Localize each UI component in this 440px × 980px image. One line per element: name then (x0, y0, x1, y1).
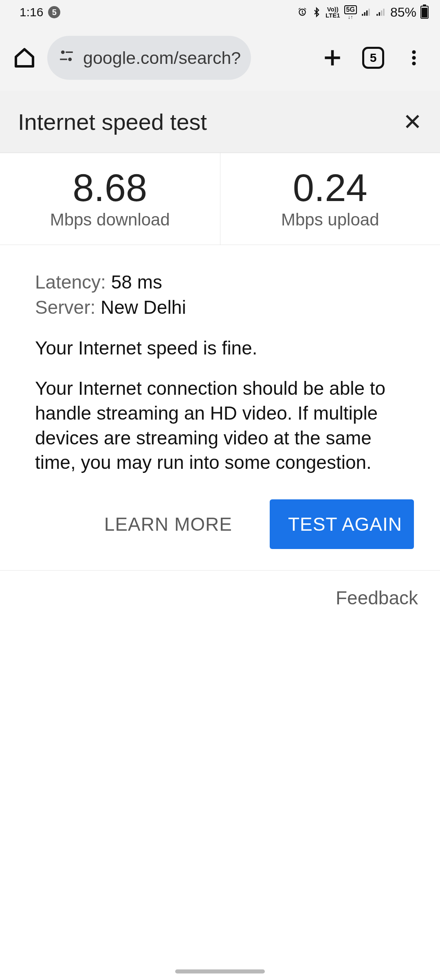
feedback-link[interactable]: Feedback (336, 587, 418, 609)
omnibox[interactable]: google.com/search? (47, 36, 251, 80)
svg-rect-9 (66, 52, 73, 53)
svg-rect-2 (366, 11, 367, 16)
description-text: Your Internet connection should be able … (35, 376, 405, 475)
download-value: 8.68 (73, 168, 147, 208)
home-button[interactable] (10, 46, 39, 69)
status-right: Vo)) LTE1 5G ↓↑ 85% (297, 5, 429, 20)
svg-point-14 (412, 61, 416, 65)
summary-text: Your Internet speed is fine. (35, 337, 405, 359)
svg-rect-5 (379, 12, 380, 16)
site-settings-icon[interactable] (58, 47, 75, 68)
status-bar: 1:16 5 Vo)) LTE1 5G ↓↑ 85% (0, 0, 440, 24)
overflow-menu-button[interactable] (398, 48, 430, 68)
server-line: Server: New Delhi (35, 295, 405, 320)
latency-key: Latency: (35, 271, 111, 293)
nav-gesture-handle[interactable] (175, 969, 265, 973)
battery-percent: 85% (390, 5, 416, 20)
notification-count-icon: 5 (48, 6, 60, 18)
svg-rect-10 (60, 59, 67, 60)
svg-point-12 (412, 50, 416, 54)
svg-rect-3 (368, 9, 370, 15)
download-cell: 8.68 Mbps download (0, 153, 220, 245)
tab-count: 5 (362, 47, 384, 69)
svg-rect-6 (381, 11, 382, 16)
download-label: Mbps download (50, 210, 170, 230)
server-value: New Delhi (101, 297, 186, 318)
latency-line: Latency: 58 ms (35, 269, 405, 295)
tabs-button[interactable]: 5 (357, 47, 389, 69)
alarm-icon (297, 7, 308, 18)
bluetooth-icon (312, 7, 321, 18)
upload-label: Mbps upload (281, 210, 379, 230)
upload-cell: 0.24 Mbps upload (220, 153, 440, 245)
volte-icon: Vo)) LTE1 (326, 6, 340, 18)
signal-strength-icon (361, 7, 372, 18)
button-row: LEARN MORE TEST AGAIN (0, 475, 440, 570)
svg-rect-7 (383, 9, 384, 15)
learn-more-button[interactable]: LEARN MORE (96, 503, 240, 546)
status-left: 1:16 5 (20, 5, 60, 19)
svg-point-8 (61, 50, 65, 54)
speed-results: 8.68 Mbps download 0.24 Mbps upload (0, 153, 440, 245)
test-again-button[interactable]: TEST AGAIN (270, 499, 414, 549)
omnibox-text: google.com/search? (83, 48, 241, 68)
feedback-row: Feedback (0, 571, 440, 625)
svg-rect-4 (376, 14, 378, 15)
card-title: Internet speed test (18, 109, 207, 135)
svg-point-11 (68, 57, 72, 61)
upload-value: 0.24 (293, 168, 367, 208)
card-title-row: Internet speed test ✕ (0, 91, 440, 153)
latency-value: 58 ms (111, 271, 162, 293)
svg-point-13 (412, 56, 416, 59)
battery-icon (420, 6, 429, 19)
clock: 1:16 (20, 5, 43, 19)
server-key: Server: (35, 297, 101, 318)
network-5g-icon: 5G ↓↑ (344, 5, 357, 20)
svg-rect-1 (364, 12, 365, 16)
browser-toolbar: google.com/search? 5 (0, 24, 440, 91)
new-tab-button[interactable] (316, 46, 349, 69)
details-section: Latency: 58 ms Server: New Delhi Your In… (0, 245, 440, 475)
signal-strength-2-icon (376, 7, 386, 18)
svg-rect-0 (362, 14, 363, 15)
close-icon[interactable]: ✕ (403, 111, 422, 133)
